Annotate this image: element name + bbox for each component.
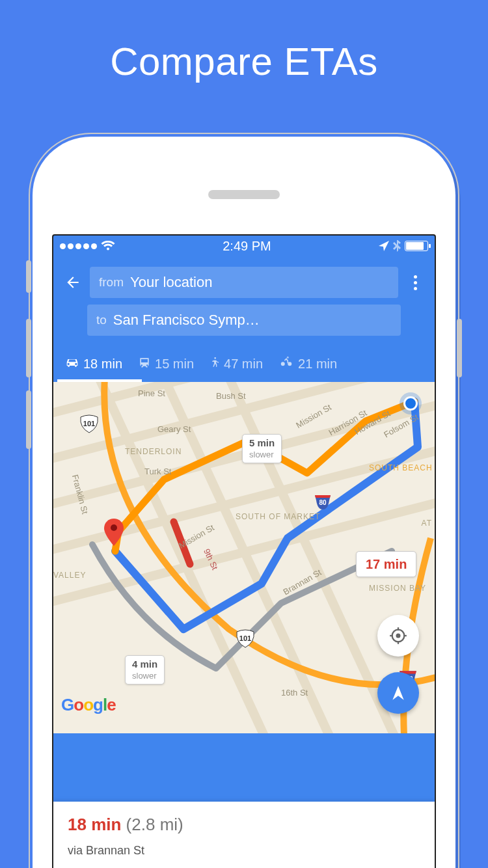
transit-icon <box>138 356 151 372</box>
recenter-button[interactable] <box>377 615 419 657</box>
back-button[interactable] <box>62 272 83 293</box>
status-bar: 2:49 PM <box>53 236 435 256</box>
street-label: 16th St <box>281 688 308 698</box>
district-label: SOUTH OF MARKET <box>236 512 320 522</box>
from-prefix: from <box>99 275 124 290</box>
signal-dots-icon <box>60 243 97 249</box>
svg-point-8 <box>111 524 117 531</box>
to-value: San Francisco Symp… <box>113 312 260 329</box>
directions-header: from Your location to San Francisco Symp… <box>53 256 435 382</box>
bike-icon <box>278 357 294 372</box>
tab-walk-time: 47 min <box>224 357 263 372</box>
tab-drive[interactable]: 18 min <box>57 349 130 382</box>
hwy-shield-80: 80 <box>314 493 332 512</box>
district-label: SOUTH BEACH <box>369 463 433 472</box>
route-via: via Brannan St <box>68 844 420 858</box>
route-distance: (2.8 mi) <box>126 815 183 834</box>
tab-bike-time: 21 min <box>298 357 337 372</box>
google-logo: Google <box>61 695 116 715</box>
phone-speaker <box>208 190 280 199</box>
current-location-dot <box>403 396 418 411</box>
from-field[interactable]: from Your location <box>90 267 398 298</box>
map-view[interactable]: Pine St Bush St Geary St Turk St Frankli… <box>53 382 435 733</box>
location-services-icon <box>379 241 389 251</box>
tab-walk[interactable]: 47 min <box>202 349 271 382</box>
street-label: Bush St <box>216 391 246 401</box>
wifi-icon <box>101 241 115 251</box>
hwy-shield-101: 101 <box>236 629 255 650</box>
district-label: VALLEY <box>53 571 86 580</box>
promo-title: Compare ETAs <box>0 39 488 84</box>
street-label: Turk St <box>144 467 171 476</box>
street-label: Pine St <box>138 388 165 398</box>
bluetooth-icon <box>393 240 401 252</box>
tab-bike[interactable]: 21 min <box>271 349 345 382</box>
overflow-menu-button[interactable] <box>405 275 426 290</box>
app-screen: 2:49 PM from Your location <box>52 234 436 868</box>
car-icon <box>65 356 79 372</box>
svg-point-9 <box>396 634 401 638</box>
route-callout-slower[interactable]: 4 minslower <box>125 655 165 685</box>
route-summary-sheet[interactable]: 18 min (2.8 mi) via Brannan St <box>53 802 435 868</box>
mode-tabs: 18 min 15 min 47 min <box>53 341 435 382</box>
destination-pin-icon <box>104 519 124 546</box>
hwy-shield-101: 101 <box>79 414 99 435</box>
from-value: Your location <box>130 274 212 291</box>
tab-transit-time: 15 min <box>155 357 194 372</box>
tab-drive-time: 18 min <box>83 357 122 372</box>
street-label: Geary St <box>157 424 191 434</box>
status-time: 2:49 PM <box>223 239 271 254</box>
start-navigation-button[interactable] <box>377 672 419 714</box>
to-prefix: to <box>96 313 107 327</box>
battery-icon <box>405 241 428 251</box>
district-label: AT <box>422 519 432 528</box>
route-callout-slower[interactable]: 5 minslower <box>242 434 282 463</box>
route-callout-main[interactable]: 17 min <box>356 551 416 577</box>
tab-transit[interactable]: 15 min <box>130 349 202 382</box>
to-field[interactable]: to San Francisco Symp… <box>87 305 401 336</box>
phone-frame: 2:49 PM from Your location <box>33 137 455 868</box>
walk-icon <box>210 355 220 373</box>
district-label: MISSION BAY <box>369 584 426 593</box>
district-label: TENDERLOIN <box>125 447 182 456</box>
route-eta: 18 min <box>68 815 121 834</box>
